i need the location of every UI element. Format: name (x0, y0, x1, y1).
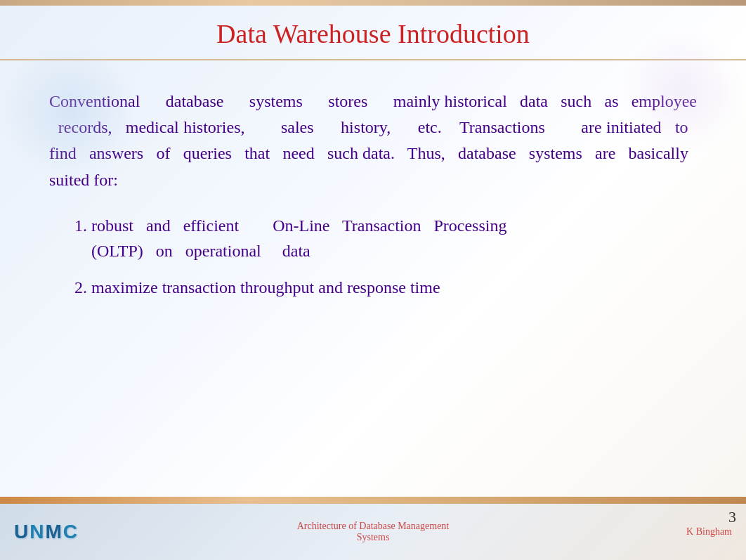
footer-center: Architecture of Database Management Syst… (297, 521, 450, 543)
slide-header: Data Warehouse Introduction (0, 6, 746, 60)
footer-center-line1: Architecture of Database Management (297, 521, 450, 531)
page-number: 3 (728, 508, 736, 526)
logo: UNMC (14, 521, 79, 543)
slide-content: Conventional database systems stores mai… (0, 60, 746, 497)
list-item: robust and efficient On-Line Transaction… (91, 213, 697, 263)
bottom-section: 3 UNMC Architecture of Database Manageme… (0, 497, 746, 560)
slide-title: Data Warehouse Introduction (28, 18, 718, 49)
top-decorative-bar (0, 0, 746, 6)
footer-author: K Bingham (686, 526, 732, 538)
list-item: maximize transaction throughput and resp… (91, 275, 697, 300)
bottom-decorative-bar (0, 497, 746, 504)
footer-center-line2: Systems (357, 532, 390, 542)
list-item-2-text: maximize transaction throughput and resp… (91, 275, 697, 300)
logo-area: UNMC (14, 521, 79, 543)
main-paragraph: Conventional database systems stores mai… (49, 89, 697, 193)
slide: Data Warehouse Introduction Conventional… (0, 0, 746, 560)
list-item-1-text: robust and efficient On-Line Transaction… (91, 213, 697, 263)
footer: 3 UNMC Architecture of Database Manageme… (0, 504, 746, 560)
bullet-list: robust and efficient On-Line Transaction… (49, 213, 697, 311)
